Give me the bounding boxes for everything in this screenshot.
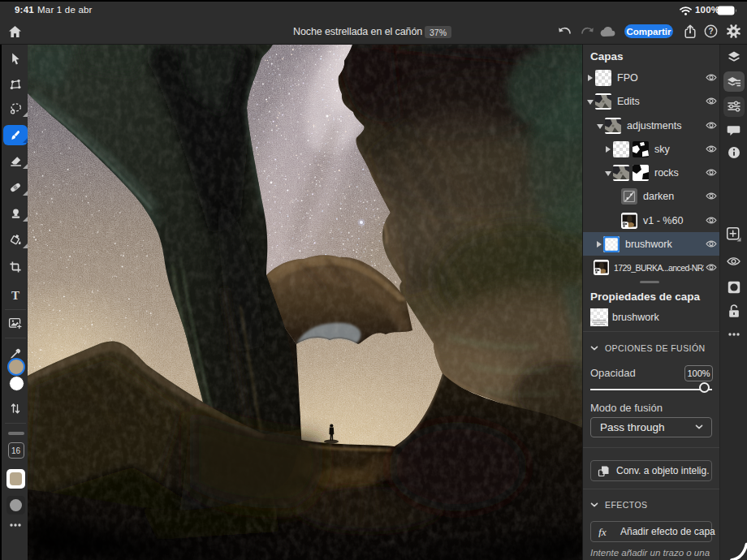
svg-text:T: T [11,289,19,302]
svg-text:?: ? [708,27,713,36]
svg-text:fx: fx [598,526,607,537]
